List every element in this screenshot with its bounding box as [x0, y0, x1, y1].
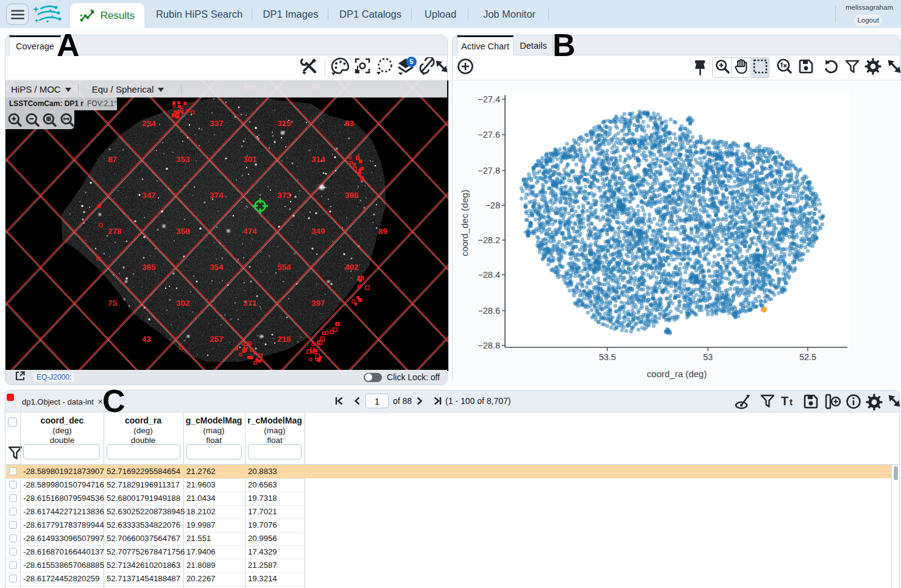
svg-text:554: 554: [277, 263, 291, 272]
svg-text:350: 350: [176, 227, 190, 236]
svg-text:89: 89: [378, 227, 387, 236]
svg-text:365: 365: [142, 263, 156, 272]
svg-text:314: 314: [311, 155, 325, 164]
svg-text:218: 218: [277, 335, 291, 344]
svg-text:T: T: [781, 394, 788, 408]
svg-text:−28: −28: [485, 200, 500, 210]
svg-text:43: 43: [142, 335, 152, 344]
svg-text:353: 353: [176, 155, 190, 164]
svg-text:302: 302: [176, 299, 190, 308]
svg-text:53: 53: [703, 352, 713, 362]
svg-text:53.5: 53.5: [599, 352, 616, 362]
svg-text:83: 83: [345, 119, 355, 128]
svg-text:−28.8: −28.8: [478, 341, 500, 350]
svg-text:374: 374: [210, 191, 224, 200]
svg-text:349: 349: [311, 227, 325, 236]
svg-text:278: 278: [108, 227, 122, 236]
svg-text:87: 87: [108, 155, 117, 164]
svg-text:402: 402: [345, 263, 359, 272]
svg-text:398: 398: [345, 191, 359, 200]
svg-text:75: 75: [108, 299, 118, 308]
svg-text:337: 337: [210, 119, 224, 128]
svg-text:234: 234: [142, 119, 156, 128]
svg-text:397: 397: [311, 299, 325, 308]
svg-text:−27.4: −27.4: [478, 94, 500, 104]
svg-text:t: t: [790, 397, 793, 407]
svg-text:371: 371: [243, 299, 257, 308]
svg-text:−28.4: −28.4: [478, 270, 500, 280]
svg-text:354: 354: [210, 263, 224, 272]
svg-text:347: 347: [142, 191, 156, 200]
svg-text:−27.8: −27.8: [478, 166, 500, 175]
svg-text:coord_dec (deg): coord_dec (deg): [459, 190, 470, 256]
svg-text:−28.6: −28.6: [478, 306, 500, 316]
svg-text:257: 257: [210, 335, 224, 344]
svg-text:315: 315: [277, 119, 291, 128]
svg-text:52.5: 52.5: [799, 352, 816, 362]
svg-text:373: 373: [277, 191, 291, 200]
svg-text:−27.6: −27.6: [478, 130, 500, 140]
svg-text:coord_ra (deg): coord_ra (deg): [647, 369, 707, 379]
svg-text:474: 474: [243, 227, 257, 236]
svg-text:301: 301: [243, 155, 257, 164]
svg-text:−28.2: −28.2: [478, 235, 500, 245]
